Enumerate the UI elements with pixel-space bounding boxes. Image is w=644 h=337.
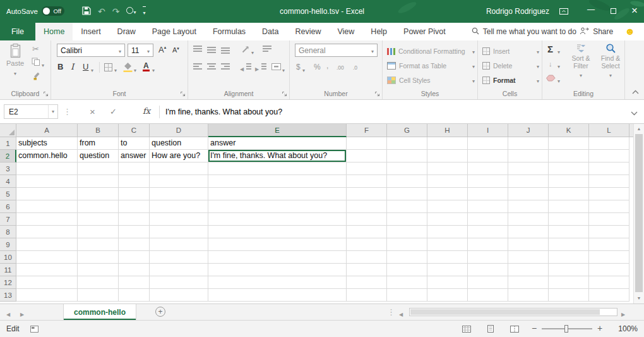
cell-L5[interactable]: [589, 188, 629, 200]
cell-G3[interactable]: [387, 162, 427, 175]
delete-cells-d ropdown[interactable]: [537, 61, 539, 70]
cell-F10[interactable]: [347, 251, 387, 264]
format-painter-icon[interactable]: [32, 71, 40, 82]
cell-D11[interactable]: [150, 264, 208, 276]
cell-I8[interactable]: [468, 226, 508, 238]
row-header-10[interactable]: 10: [0, 251, 16, 264]
insert-cells-button[interactable]: Insert: [482, 45, 539, 58]
page-break-preview-icon[interactable]: [510, 326, 519, 334]
cell-A13[interactable]: [16, 289, 78, 302]
cell-H6[interactable]: [427, 200, 468, 213]
tab-draw[interactable]: Draw: [109, 23, 144, 40]
cell-E6[interactable]: [208, 200, 347, 213]
tab-scrollbar-splitter[interactable]: [387, 307, 395, 317]
clear-dropdown[interactable]: [558, 76, 560, 85]
undo-icon[interactable]: [98, 6, 105, 16]
alignment-dialog-launcher[interactable]: [282, 91, 287, 97]
cell-E13[interactable]: [208, 289, 347, 302]
cell-A6[interactable]: [16, 200, 78, 213]
hscroll-left-icon[interactable]: [399, 309, 403, 318]
cell-F2[interactable]: [347, 150, 387, 162]
cell-B10[interactable]: [78, 251, 119, 264]
cell-B6[interactable]: [78, 200, 119, 213]
sheet-tab-active[interactable]: common-hello: [63, 304, 136, 320]
increase-font-size-icon[interactable]: A: [158, 45, 166, 54]
bold-button[interactable]: B: [57, 62, 63, 71]
accounting-format-dropdown[interactable]: [302, 65, 305, 74]
tab-help[interactable]: Help: [362, 23, 395, 40]
paste-dropdown[interactable]: [14, 68, 16, 77]
save-icon[interactable]: [82, 6, 91, 17]
cell-E9[interactable]: [208, 238, 347, 251]
expand-formula-bar-icon[interactable]: [631, 109, 638, 118]
zoom-in-icon[interactable]: +: [597, 324, 602, 333]
conditional-formatting-button[interactable]: Conditional Formatting: [387, 45, 475, 58]
cell-I3[interactable]: [468, 162, 508, 175]
decrease-decimal-icon[interactable]: .0: [353, 64, 357, 71]
increase-indent-icon[interactable]: [255, 64, 259, 73]
cell-H4[interactable]: [427, 175, 468, 188]
cell-F5[interactable]: [347, 188, 387, 200]
cell-E11[interactable]: [208, 264, 347, 276]
cell-styles-button[interactable]: Cell Styles: [387, 74, 475, 87]
borders-icon[interactable]: [104, 63, 112, 71]
cell-L3[interactable]: [589, 162, 629, 175]
insert-function-button[interactable]: fx: [143, 106, 150, 116]
cell-I4[interactable]: [468, 175, 508, 188]
tab-file[interactable]: File: [0, 23, 35, 40]
format-cells-dropdown[interactable]: [537, 76, 539, 85]
paste-button[interactable]: Paste: [3, 44, 28, 77]
font-dialog-launcher[interactable]: [180, 91, 186, 97]
cell-C5[interactable]: [119, 188, 150, 200]
underline-dropdown[interactable]: [91, 65, 93, 74]
feedback-smiley-icon[interactable]: [624, 26, 635, 40]
align-left-icon[interactable]: [193, 63, 202, 70]
cell-J13[interactable]: [508, 289, 549, 302]
borders-dropdown[interactable]: [114, 65, 117, 74]
cell-G1[interactable]: [387, 137, 427, 150]
cell-D8[interactable]: [150, 226, 208, 238]
redo-icon[interactable]: [112, 6, 120, 16]
cell-C3[interactable]: [119, 162, 150, 175]
cell-L10[interactable]: [589, 251, 629, 264]
cell-C11[interactable]: [119, 264, 150, 276]
cell-K11[interactable]: [549, 264, 589, 276]
format-as-table-button[interactable]: Format as Table: [387, 59, 475, 72]
cell-E4[interactable]: [208, 175, 347, 188]
percent-style-icon[interactable]: %: [314, 63, 321, 71]
find-select-button[interactable]: Find & Select: [598, 43, 623, 79]
cell-G8[interactable]: [387, 226, 427, 238]
cell-I10[interactable]: [468, 251, 508, 264]
cell-E2[interactable]: I'm fine, thanks. What about you?: [208, 150, 347, 162]
cell-H1[interactable]: [427, 137, 468, 150]
cell-I5[interactable]: [468, 188, 508, 200]
column-header-H[interactable]: H: [427, 124, 468, 137]
font-color-dropdown[interactable]: [152, 65, 155, 74]
column-header-E[interactable]: E: [208, 124, 347, 137]
zoom-level[interactable]: 100%: [611, 324, 638, 333]
cell-B1[interactable]: from: [78, 137, 119, 150]
collapse-ribbon-icon[interactable]: [632, 87, 639, 96]
cell-B5[interactable]: [78, 188, 119, 200]
name-box-dropdown[interactable]: [48, 105, 57, 118]
cell-F6[interactable]: [347, 200, 387, 213]
column-header-I[interactable]: I: [468, 124, 508, 137]
horizontal-scroll-thumb[interactable]: [410, 309, 600, 315]
align-top-icon[interactable]: [193, 46, 202, 54]
tab-view[interactable]: View: [329, 23, 362, 40]
cell-C6[interactable]: [119, 200, 150, 213]
cell-J12[interactable]: [508, 276, 549, 289]
autosum-dropdown[interactable]: [558, 47, 560, 56]
cell-F1[interactable]: [347, 137, 387, 150]
cell-G7[interactable]: [387, 213, 427, 226]
cell-D12[interactable]: [150, 276, 208, 289]
fill-dropdown[interactable]: [558, 61, 560, 70]
cell-H8[interactable]: [427, 226, 468, 238]
cell-C13[interactable]: [119, 289, 150, 302]
number-dialog-launcher[interactable]: [374, 91, 380, 97]
cell-A2[interactable]: common.hello: [16, 150, 78, 162]
copy-dropdown[interactable]: [42, 60, 44, 69]
cell-J1[interactable]: [508, 137, 549, 150]
cell-L4[interactable]: [589, 175, 629, 188]
clear-icon[interactable]: [546, 75, 556, 83]
